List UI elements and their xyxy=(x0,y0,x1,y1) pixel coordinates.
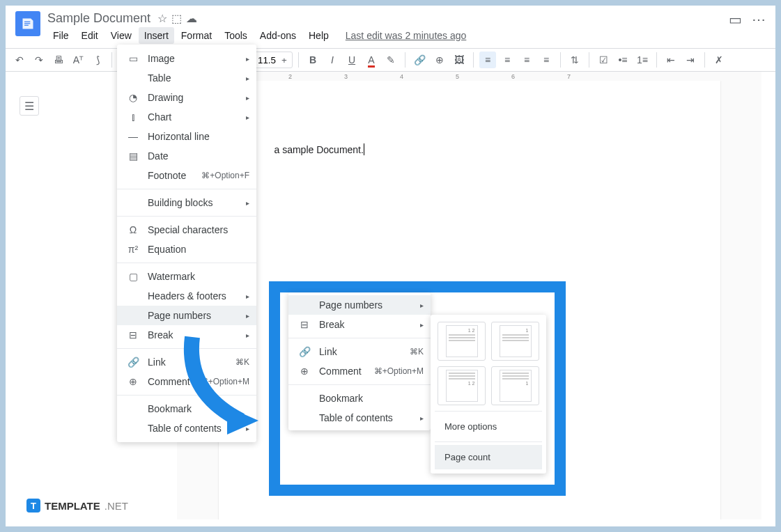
print-icon[interactable]: 🖶 xyxy=(50,52,67,68)
pn-option-bottom-right[interactable]: 1 2 xyxy=(438,366,486,405)
sub-toc[interactable]: Table of contents▸ xyxy=(288,408,431,428)
pn-option-top-right-skip[interactable]: 1 xyxy=(491,322,539,361)
pn-page-count[interactable]: Page count xyxy=(435,445,542,469)
callout-highlight: Page numbers▸ ⊟Break▸ 🔗Link⌘K ⊕Comment⌘+… xyxy=(269,281,566,496)
insert-special-chars[interactable]: ΩSpecial characters xyxy=(117,220,256,240)
insert-building-blocks[interactable]: Building blocks▸ xyxy=(117,193,256,212)
align-left-icon[interactable]: ≡ xyxy=(479,52,496,68)
outline-icon[interactable]: ☰ xyxy=(20,96,39,116)
document-body-text: a sample Document. xyxy=(274,144,364,155)
menu-view[interactable]: View xyxy=(105,27,137,44)
pn-option-bottom-right-skip[interactable]: 1 xyxy=(491,366,539,405)
number-list-icon[interactable]: 1≡ xyxy=(634,52,651,68)
insert-date[interactable]: ▤Date xyxy=(117,146,256,166)
share-icon[interactable]: ⋯ xyxy=(752,11,766,28)
clear-format-icon[interactable]: ✗ xyxy=(711,52,727,68)
menu-file[interactable]: File xyxy=(47,27,75,44)
insert-image[interactable]: ▭Image▸ xyxy=(117,49,256,68)
font-size-input[interactable] xyxy=(257,52,277,68)
paint-format-icon[interactable]: ⟆ xyxy=(89,52,106,68)
sub-break[interactable]: ⊟Break▸ xyxy=(288,315,431,334)
pn-more-options[interactable]: More options xyxy=(435,414,542,439)
menu-insert[interactable]: Insert xyxy=(139,27,174,44)
align-right-icon[interactable]: ≡ xyxy=(518,52,535,68)
insert-watermark[interactable]: ▢Watermark xyxy=(117,267,256,286)
star-icon[interactable]: ☆ xyxy=(157,12,167,25)
insert-equation[interactable]: π²Equation xyxy=(117,240,256,259)
docs-logo xyxy=(15,11,40,36)
bold-icon[interactable]: B xyxy=(304,52,321,68)
last-edit-link[interactable]: Last edit was 2 minutes ago xyxy=(340,27,472,44)
pn-option-top-right[interactable]: 1 2 xyxy=(438,322,486,361)
svg-rect-1 xyxy=(24,23,30,24)
spellcheck-icon[interactable]: Aᵀ xyxy=(70,52,86,68)
checklist-icon[interactable]: ☑ xyxy=(595,52,612,68)
cloud-icon[interactable]: ☁ xyxy=(186,12,197,25)
menu-addons[interactable]: Add-ons xyxy=(254,27,302,44)
sub-comment[interactable]: ⊕Comment⌘+Option+M xyxy=(288,361,431,381)
insert-page-numbers[interactable]: Page numbers▸ xyxy=(117,306,256,325)
sub-bookmark[interactable]: Bookmark xyxy=(288,389,431,408)
move-icon[interactable]: ⬚ xyxy=(171,12,182,25)
redo-icon[interactable]: ↷ xyxy=(31,52,47,68)
italic-icon[interactable]: I xyxy=(324,52,341,68)
insert-headers-footers[interactable]: Headers & footers▸ xyxy=(117,286,256,306)
menu-help[interactable]: Help xyxy=(303,27,334,44)
font-size-increase[interactable]: + xyxy=(277,52,292,68)
align-center-icon[interactable]: ≡ xyxy=(499,52,516,68)
indent-decrease-icon[interactable]: ⇤ xyxy=(663,52,679,68)
insert-table[interactable]: Table▸ xyxy=(117,68,256,88)
indent-increase-icon[interactable]: ⇥ xyxy=(682,52,699,68)
text-color-icon[interactable]: A xyxy=(363,52,380,68)
sub-page-numbers[interactable]: Page numbers▸ xyxy=(288,295,431,315)
callout-arrow xyxy=(178,330,262,435)
bullet-list-icon[interactable]: •≡ xyxy=(614,52,631,68)
svg-rect-0 xyxy=(24,22,30,22)
sub-link[interactable]: 🔗Link⌘K xyxy=(288,342,431,361)
highlight-icon[interactable]: ✎ xyxy=(382,52,399,68)
doc-title[interactable]: Sample Document xyxy=(47,11,150,26)
insert-footnote[interactable]: Footnote⌘+Option+F xyxy=(117,166,256,185)
link-icon[interactable]: 🔗 xyxy=(411,52,428,68)
insert-hr[interactable]: —Horizontal line xyxy=(117,127,256,146)
insert-chart[interactable]: ⫿Chart▸ xyxy=(117,107,256,127)
menu-edit[interactable]: Edit xyxy=(76,27,104,44)
submenu-insert-partial: Page numbers▸ ⊟Break▸ 🔗Link⌘K ⊕Comment⌘+… xyxy=(288,292,431,430)
svg-marker-3 xyxy=(227,407,258,435)
undo-icon[interactable]: ↶ xyxy=(11,52,28,68)
underline-icon[interactable]: U xyxy=(343,52,360,68)
menu-tools[interactable]: Tools xyxy=(219,27,253,44)
template-net-logo: T TEMPLATE.NET xyxy=(26,499,128,513)
svg-rect-2 xyxy=(24,25,29,26)
comment-history-icon[interactable]: ▭ xyxy=(729,11,742,28)
insert-image-icon[interactable]: 🖼 xyxy=(451,52,467,68)
align-justify-icon[interactable]: ≡ xyxy=(538,52,555,68)
page-numbers-flyout: 1 2 1 1 2 1 More options Page count xyxy=(431,315,546,474)
line-spacing-icon[interactable]: ⇅ xyxy=(566,52,583,68)
add-comment-icon[interactable]: ⊕ xyxy=(431,52,448,68)
menu-format[interactable]: Format xyxy=(176,27,217,44)
insert-drawing[interactable]: ◔Drawing▸ xyxy=(117,88,256,107)
